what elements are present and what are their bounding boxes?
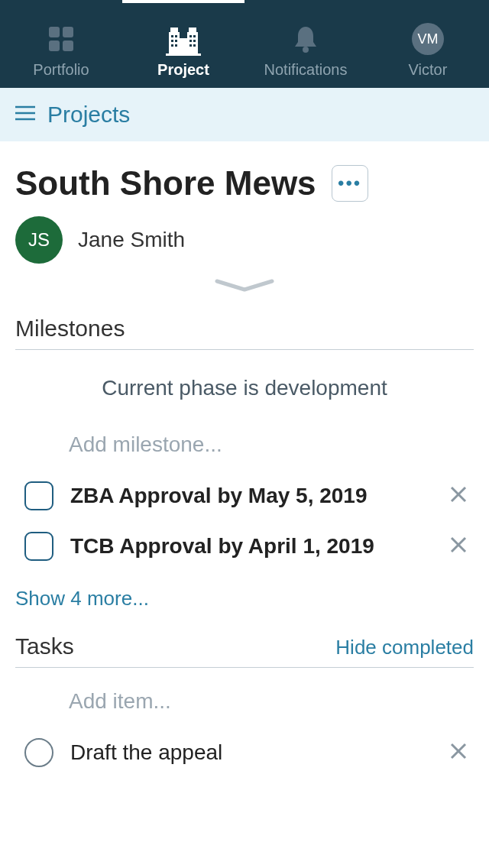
tasks-heading: Tasks (15, 633, 74, 659)
page-header: South Shore Mews ••• JS Jane Smith (0, 141, 489, 316)
hamburger-icon[interactable] (15, 105, 35, 125)
svg-rect-21 (193, 44, 196, 47)
svg-rect-3 (63, 40, 73, 51)
svg-rect-2 (49, 40, 60, 51)
svg-rect-15 (175, 44, 177, 47)
remove-milestone-button[interactable] (443, 485, 474, 507)
owner-name: Jane Smith (78, 228, 185, 252)
svg-rect-0 (49, 27, 60, 37)
page-title: South Shore Mews (15, 164, 316, 202)
close-icon (449, 742, 468, 760)
close-icon (449, 485, 468, 504)
top-navigation: Portfolio Project Notifications (0, 0, 489, 88)
breadcrumb-bar: Projects (0, 88, 489, 141)
svg-rect-18 (189, 40, 192, 42)
nav-label: Portfolio (33, 61, 89, 79)
nav-label: Victor (409, 61, 448, 79)
svg-rect-10 (171, 35, 173, 37)
nav-project[interactable]: Project (122, 0, 244, 88)
hide-completed-toggle[interactable]: Hide completed (335, 636, 474, 659)
svg-point-22 (303, 47, 309, 53)
tasks-section: Tasks Hide completed Add item... Draft t… (0, 633, 489, 778)
show-more-milestones[interactable]: Show 4 more... (15, 572, 474, 633)
milestone-checkbox[interactable] (24, 481, 53, 510)
svg-rect-14 (171, 44, 173, 47)
grid-icon (46, 20, 76, 58)
milestone-row: TCB Approval by April 1, 2019 (15, 521, 474, 572)
nav-notifications[interactable]: Notifications (244, 0, 367, 88)
svg-rect-5 (170, 28, 178, 32)
ellipsis-icon: ••• (338, 173, 361, 194)
svg-rect-16 (189, 35, 192, 37)
svg-rect-20 (189, 44, 192, 47)
milestone-row: ZBA Approval by May 5, 2019 (15, 471, 474, 521)
remove-task-button[interactable] (443, 742, 474, 763)
owner-avatar[interactable]: JS (15, 216, 63, 264)
milestones-heading: Milestones (15, 316, 125, 342)
svg-rect-11 (175, 35, 177, 37)
close-icon (449, 536, 468, 554)
svg-rect-1 (63, 27, 73, 37)
svg-rect-9 (166, 53, 201, 56)
avatar: VM (412, 23, 444, 55)
svg-rect-19 (193, 40, 196, 42)
owner-row: JS Jane Smith (15, 216, 474, 264)
svg-rect-17 (193, 35, 196, 37)
add-milestone-input[interactable]: Add milestone... (15, 419, 474, 471)
add-task-input[interactable]: Add item... (15, 668, 474, 727)
phase-banner: Current phase is development (15, 350, 474, 419)
milestones-section: Milestones Current phase is development … (0, 316, 489, 633)
svg-rect-7 (189, 28, 196, 32)
buildings-icon (164, 20, 202, 58)
milestone-checkbox[interactable] (24, 532, 53, 561)
breadcrumb-projects[interactable]: Projects (47, 102, 130, 128)
nav-label: Notifications (264, 61, 348, 79)
nav-label: Project (157, 61, 209, 79)
svg-rect-12 (171, 40, 173, 42)
svg-rect-6 (187, 32, 198, 55)
task-row: Draft the appeal (15, 727, 474, 778)
milestone-label[interactable]: ZBA Approval by May 5, 2019 (70, 484, 426, 508)
svg-rect-4 (169, 32, 180, 55)
nav-portfolio[interactable]: Portfolio (0, 0, 122, 88)
bell-icon (292, 20, 319, 58)
svg-rect-13 (175, 40, 177, 42)
chevron-down-icon (214, 279, 275, 293)
milestone-label[interactable]: TCB Approval by April 1, 2019 (70, 534, 426, 559)
more-options-button[interactable]: ••• (332, 165, 368, 202)
remove-milestone-button[interactable] (443, 536, 474, 557)
user-avatar-icon: VM (412, 20, 444, 58)
task-radio[interactable] (24, 738, 53, 767)
nav-user[interactable]: VM Victor (367, 0, 489, 88)
task-label[interactable]: Draft the appeal (70, 740, 426, 765)
expand-toggle[interactable] (15, 279, 474, 293)
svg-rect-8 (180, 38, 187, 55)
